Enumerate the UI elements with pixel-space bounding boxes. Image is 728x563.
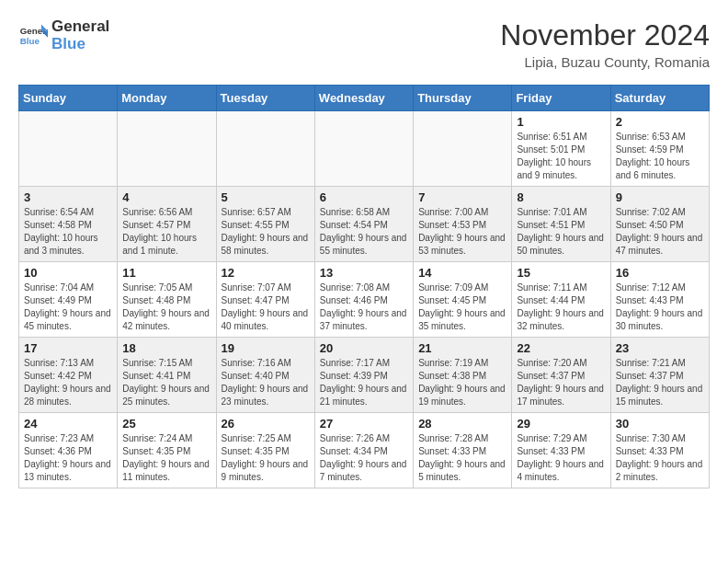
- calendar-cell: 3Sunrise: 6:54 AM Sunset: 4:58 PM Daylig…: [19, 187, 118, 262]
- day-number: 23: [616, 341, 704, 355]
- calendar-week-5: 24Sunrise: 7:23 AM Sunset: 4:36 PM Dayli…: [19, 413, 710, 488]
- day-number: 6: [320, 190, 408, 204]
- calendar-cell: [19, 111, 118, 187]
- calendar-cell: [216, 111, 314, 187]
- calendar-cell: 16Sunrise: 7:12 AM Sunset: 4:43 PM Dayli…: [610, 262, 709, 338]
- day-info: Sunrise: 7:19 AM Sunset: 4:38 PM Dayligh…: [418, 357, 506, 408]
- day-number: 29: [517, 417, 605, 431]
- calendar-cell: 17Sunrise: 7:13 AM Sunset: 4:42 PM Dayli…: [19, 338, 118, 413]
- day-info: Sunrise: 7:09 AM Sunset: 4:45 PM Dayligh…: [418, 282, 506, 333]
- day-number: 13: [320, 266, 408, 280]
- calendar-cell: 18Sunrise: 7:15 AM Sunset: 4:41 PM Dayli…: [118, 338, 216, 413]
- calendar-body: 1Sunrise: 6:51 AM Sunset: 5:01 PM Daylig…: [19, 111, 710, 488]
- day-info: Sunrise: 7:07 AM Sunset: 4:47 PM Dayligh…: [222, 282, 310, 333]
- calendar-cell: 23Sunrise: 7:21 AM Sunset: 4:37 PM Dayli…: [610, 338, 709, 413]
- day-info: Sunrise: 7:26 AM Sunset: 4:34 PM Dayligh…: [320, 432, 408, 484]
- day-info: Sunrise: 7:15 AM Sunset: 4:41 PM Dayligh…: [122, 357, 210, 408]
- calendar-cell: 29Sunrise: 7:29 AM Sunset: 4:33 PM Dayli…: [512, 413, 610, 488]
- calendar-cell: 28Sunrise: 7:28 AM Sunset: 4:33 PM Dayli…: [414, 413, 512, 488]
- day-number: 26: [222, 417, 310, 431]
- day-info: Sunrise: 7:30 AM Sunset: 4:33 PM Dayligh…: [616, 432, 704, 484]
- calendar-cell: 12Sunrise: 7:07 AM Sunset: 4:47 PM Dayli…: [216, 262, 314, 338]
- day-info: Sunrise: 7:20 AM Sunset: 4:37 PM Dayligh…: [517, 357, 605, 408]
- calendar-cell: 9Sunrise: 7:02 AM Sunset: 4:50 PM Daylig…: [610, 187, 709, 262]
- day-number: 25: [122, 417, 210, 431]
- day-number: 24: [24, 417, 112, 431]
- calendar-cell: 25Sunrise: 7:24 AM Sunset: 4:35 PM Dayli…: [118, 413, 216, 488]
- logo-blue-text: Blue: [51, 36, 109, 53]
- calendar-cell: 19Sunrise: 7:16 AM Sunset: 4:40 PM Dayli…: [216, 338, 314, 413]
- day-number: 2: [616, 115, 704, 129]
- calendar-cell: [414, 111, 512, 187]
- day-info: Sunrise: 7:01 AM Sunset: 4:51 PM Dayligh…: [517, 206, 605, 258]
- day-info: Sunrise: 7:02 AM Sunset: 4:50 PM Dayligh…: [616, 206, 704, 258]
- calendar-table: SundayMondayTuesdayWednesdayThursdayFrid…: [18, 85, 710, 488]
- calendar-week-1: 1Sunrise: 6:51 AM Sunset: 5:01 PM Daylig…: [19, 111, 710, 187]
- day-number: 16: [616, 266, 704, 280]
- day-number: 7: [418, 190, 506, 204]
- day-info: Sunrise: 7:08 AM Sunset: 4:46 PM Dayligh…: [320, 282, 408, 333]
- day-number: 8: [517, 190, 605, 204]
- day-info: Sunrise: 6:53 AM Sunset: 4:59 PM Dayligh…: [616, 131, 704, 182]
- day-info: Sunrise: 7:28 AM Sunset: 4:33 PM Dayligh…: [418, 432, 506, 484]
- calendar-cell: 7Sunrise: 7:00 AM Sunset: 4:53 PM Daylig…: [414, 187, 512, 262]
- day-number: 11: [122, 266, 210, 280]
- calendar-cell: 8Sunrise: 7:01 AM Sunset: 4:51 PM Daylig…: [512, 187, 610, 262]
- day-number: 19: [222, 341, 310, 355]
- calendar-week-3: 10Sunrise: 7:04 AM Sunset: 4:49 PM Dayli…: [19, 262, 710, 338]
- day-number: 10: [24, 266, 112, 280]
- day-info: Sunrise: 7:29 AM Sunset: 4:33 PM Dayligh…: [517, 432, 605, 484]
- weekday-header-sunday: Sunday: [19, 86, 118, 111]
- calendar-cell: 20Sunrise: 7:17 AM Sunset: 4:39 PM Dayli…: [314, 338, 413, 413]
- calendar-cell: 26Sunrise: 7:25 AM Sunset: 4:35 PM Dayli…: [216, 413, 314, 488]
- day-number: 15: [517, 266, 605, 280]
- day-number: 14: [418, 266, 506, 280]
- day-info: Sunrise: 7:17 AM Sunset: 4:39 PM Dayligh…: [320, 357, 408, 408]
- calendar-header: SundayMondayTuesdayWednesdayThursdayFrid…: [19, 86, 710, 111]
- month-title: November 2024: [500, 18, 710, 52]
- weekday-header-wednesday: Wednesday: [314, 86, 413, 111]
- day-number: 5: [222, 190, 310, 204]
- day-number: 3: [24, 190, 112, 204]
- calendar-cell: [314, 111, 413, 187]
- day-number: 21: [418, 341, 506, 355]
- day-info: Sunrise: 7:05 AM Sunset: 4:48 PM Dayligh…: [122, 282, 210, 333]
- calendar-cell: 24Sunrise: 7:23 AM Sunset: 4:36 PM Dayli…: [19, 413, 118, 488]
- day-info: Sunrise: 7:23 AM Sunset: 4:36 PM Dayligh…: [24, 432, 112, 484]
- calendar-cell: 2Sunrise: 6:53 AM Sunset: 4:59 PM Daylig…: [610, 111, 709, 187]
- day-number: 4: [122, 190, 210, 204]
- day-number: 18: [122, 341, 210, 355]
- day-info: Sunrise: 7:21 AM Sunset: 4:37 PM Dayligh…: [616, 357, 704, 408]
- day-info: Sunrise: 7:16 AM Sunset: 4:40 PM Dayligh…: [222, 357, 310, 408]
- day-info: Sunrise: 6:58 AM Sunset: 4:54 PM Dayligh…: [320, 206, 408, 258]
- calendar-cell: 5Sunrise: 6:57 AM Sunset: 4:55 PM Daylig…: [216, 187, 314, 262]
- calendar-cell: 6Sunrise: 6:58 AM Sunset: 4:54 PM Daylig…: [314, 187, 413, 262]
- logo-icon: General Blue: [18, 21, 48, 51]
- calendar-cell: 27Sunrise: 7:26 AM Sunset: 4:34 PM Dayli…: [314, 413, 413, 488]
- calendar-week-2: 3Sunrise: 6:54 AM Sunset: 4:58 PM Daylig…: [19, 187, 710, 262]
- calendar-cell: 21Sunrise: 7:19 AM Sunset: 4:38 PM Dayli…: [414, 338, 512, 413]
- day-info: Sunrise: 6:51 AM Sunset: 5:01 PM Dayligh…: [517, 131, 605, 182]
- calendar-week-4: 17Sunrise: 7:13 AM Sunset: 4:42 PM Dayli…: [19, 338, 710, 413]
- day-number: 1: [517, 115, 605, 129]
- calendar-cell: 11Sunrise: 7:05 AM Sunset: 4:48 PM Dayli…: [118, 262, 216, 338]
- calendar-cell: [118, 111, 216, 187]
- svg-text:Blue: Blue: [20, 36, 40, 46]
- location: Lipia, Buzau County, Romania: [500, 54, 710, 70]
- day-number: 9: [616, 190, 704, 204]
- weekday-header-thursday: Thursday: [414, 86, 512, 111]
- calendar-cell: 15Sunrise: 7:11 AM Sunset: 4:44 PM Dayli…: [512, 262, 610, 338]
- day-info: Sunrise: 6:54 AM Sunset: 4:58 PM Dayligh…: [24, 206, 112, 258]
- day-number: 22: [517, 341, 605, 355]
- day-info: Sunrise: 7:00 AM Sunset: 4:53 PM Dayligh…: [418, 206, 506, 258]
- title-block: November 2024 Lipia, Buzau County, Roman…: [500, 18, 710, 70]
- logo-general-text: General: [51, 18, 109, 36]
- calendar-cell: 30Sunrise: 7:30 AM Sunset: 4:33 PM Dayli…: [610, 413, 709, 488]
- weekday-header-monday: Monday: [118, 86, 216, 111]
- weekday-header-saturday: Saturday: [610, 86, 709, 111]
- day-number: 28: [418, 417, 506, 431]
- calendar-cell: 4Sunrise: 6:56 AM Sunset: 4:57 PM Daylig…: [118, 187, 216, 262]
- day-info: Sunrise: 7:04 AM Sunset: 4:49 PM Dayligh…: [24, 282, 112, 333]
- day-info: Sunrise: 7:12 AM Sunset: 4:43 PM Dayligh…: [616, 282, 704, 333]
- calendar-cell: 10Sunrise: 7:04 AM Sunset: 4:49 PM Dayli…: [19, 262, 118, 338]
